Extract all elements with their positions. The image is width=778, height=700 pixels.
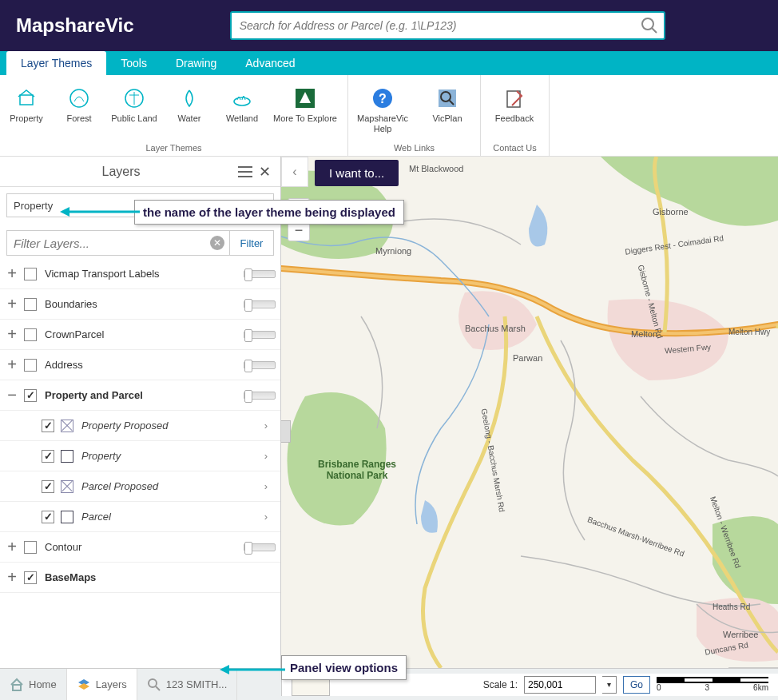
ribbon-water[interactable]: Water [163, 80, 216, 127]
ribbon-vicplan[interactable]: VicPlan [417, 80, 478, 127]
road-label: Melton Hwy [728, 328, 770, 336]
workspace: Layers ✕ Property ✕ Filter +Vicmap Trans… [0, 157, 778, 700]
svg-text:?: ? [379, 92, 387, 105]
ribbon-forest[interactable]: Forest [53, 80, 105, 127]
layer-row: +Boundaries [0, 289, 280, 320]
layer-name: CrownParcel [45, 328, 244, 340]
place-label: Gisborne [653, 207, 689, 217]
ribbon-public-land[interactable]: Public Land [105, 80, 163, 127]
layer-checkbox[interactable] [24, 328, 37, 341]
layer-expand-toggle[interactable]: − [0, 386, 24, 404]
ribbon-feedback[interactable]: Feedback [481, 80, 548, 127]
layer-row: +CrownParcel [0, 320, 280, 350]
layer-checkbox[interactable] [24, 389, 37, 402]
layer-expand-toggle[interactable]: + [0, 295, 24, 313]
home-icon [10, 678, 24, 692]
layer-checkbox[interactable] [24, 298, 37, 311]
layer-opacity-slider[interactable] [244, 361, 276, 369]
status-tab-layers[interactable]: Layers [67, 669, 137, 700]
scale-input[interactable] [524, 676, 596, 694]
search-input[interactable] [230, 11, 665, 40]
sublayer-actions-icon[interactable]: › [256, 420, 276, 432]
annotation-panel-view: Panel view options [281, 655, 407, 680]
more-icon [294, 86, 316, 110]
sublayer-actions-icon[interactable]: › [256, 450, 276, 462]
ribbon-group-layer-themes: Property Forest Public Land Water Wetlan… [0, 75, 348, 156]
tab-strip: Layer Themes Tools Drawing Advanced [0, 51, 778, 75]
search-icon[interactable] [640, 16, 659, 38]
layer-expand-toggle[interactable]: + [0, 356, 24, 374]
sublayer-actions-icon[interactable]: › [256, 480, 276, 492]
search-result-icon [147, 678, 161, 692]
sublayer-checkbox[interactable] [42, 420, 54, 432]
layer-opacity-slider[interactable] [244, 543, 276, 551]
svg-marker-25 [78, 683, 89, 690]
filter-input[interactable] [7, 231, 229, 255]
layer-name: Boundaries [45, 298, 244, 310]
layer-row: +BaseMaps [0, 563, 280, 593]
layer-expand-toggle[interactable]: + [0, 568, 24, 587]
ribbon-label: More To Explore [273, 113, 337, 124]
scale-dropdown-icon[interactable]: ▾ [602, 676, 617, 694]
layer-opacity-slider[interactable] [244, 392, 276, 400]
scalebar-tick: 3 [705, 683, 710, 692]
ribbon-label: Water [178, 113, 201, 124]
layer-opacity-slider[interactable] [244, 270, 276, 278]
forest-icon [68, 86, 90, 110]
app-header: MapshareVic [0, 0, 778, 51]
i-want-to-button[interactable]: I want to... [315, 160, 399, 186]
svg-marker-20 [60, 207, 69, 217]
map-canvas[interactable]: ‹ I want to... + − [281, 157, 778, 700]
sublayer-checkbox[interactable] [42, 450, 54, 463]
layer-opacity-slider[interactable] [244, 331, 276, 339]
sublayer-name: Parcel Proposed [81, 480, 256, 492]
layer-expand-toggle[interactable]: + [0, 325, 24, 344]
layer-swatch-icon [61, 480, 73, 493]
ribbon-label: VicPlan [432, 113, 462, 124]
ribbon-wetland[interactable]: Wetland [216, 80, 268, 127]
sublayer-row: Property› [0, 441, 280, 471]
panel-drag-handle[interactable] [281, 420, 291, 443]
ribbon-property[interactable]: Property [0, 80, 53, 127]
tab-advanced[interactable]: Advanced [231, 51, 309, 75]
place-label: Mt Blackwood [409, 164, 463, 173]
layer-name: Address [45, 359, 244, 371]
panel-header: Layers ✕ [0, 157, 280, 187]
panel-menu-icon[interactable] [236, 162, 255, 181]
layer-opacity-slider[interactable] [244, 300, 276, 308]
tab-layer-themes[interactable]: Layer Themes [6, 51, 106, 75]
layer-checkbox[interactable] [24, 359, 37, 372]
ribbon-group-contact: Feedback Contact Us [481, 75, 550, 156]
scale-go-button[interactable]: Go [623, 676, 650, 694]
ribbon-label: Forest [66, 113, 91, 124]
tab-drawing[interactable]: Drawing [161, 51, 231, 75]
svg-point-0 [642, 18, 653, 30]
sublayer-checkbox[interactable] [42, 480, 54, 493]
annotation-arrow-icon [60, 204, 140, 220]
water-icon [178, 86, 200, 110]
layer-checkbox[interactable] [24, 268, 37, 280]
scalebar-tick: 0 [657, 683, 661, 692]
filter-clear-icon[interactable]: ✕ [210, 236, 224, 250]
svg-marker-22 [220, 665, 229, 674]
sublayer-actions-icon[interactable]: › [256, 511, 276, 523]
annotation-theme-name: the name of the layer theme being displa… [134, 200, 404, 225]
filter-row: ✕ Filter [6, 230, 274, 256]
layer-checkbox[interactable] [24, 571, 37, 584]
status-tab-home[interactable]: Home [0, 669, 67, 700]
tab-tools[interactable]: Tools [106, 51, 161, 75]
road-label: Heaths Rd [713, 603, 750, 611]
layer-expand-toggle[interactable]: + [0, 264, 24, 283]
panel-collapse-icon[interactable]: ‹ [281, 157, 308, 187]
ribbon-label: Feedback [495, 113, 534, 124]
sublayer-checkbox[interactable] [42, 511, 54, 523]
filter-button[interactable]: Filter [229, 230, 274, 256]
layer-checkbox[interactable] [24, 541, 37, 554]
ribbon-more-to-explore[interactable]: More To Explore [268, 80, 342, 127]
layer-expand-toggle[interactable]: + [0, 538, 24, 556]
scalebar-tick: 6km [753, 683, 768, 692]
feedback-icon [504, 86, 525, 110]
layer-name: Vicmap Transport Labels [45, 268, 244, 280]
ribbon-help[interactable]: ? MapshareVic Help [348, 80, 417, 137]
panel-close-icon[interactable]: ✕ [255, 162, 274, 181]
